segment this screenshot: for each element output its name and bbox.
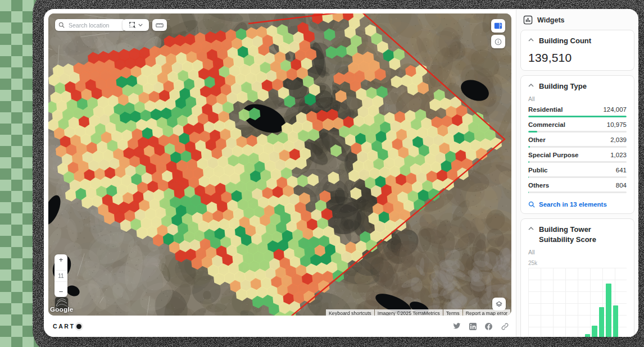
building-count-value: 139,510 (528, 51, 627, 65)
y-axis-tick: 25k (528, 260, 627, 266)
info-button[interactable] (491, 35, 505, 48)
type-progress-track (528, 146, 627, 148)
type-progress-track (528, 191, 627, 193)
building-type-row[interactable]: Other 2,039 (528, 136, 627, 148)
widgets-header: Widgets (516, 9, 638, 30)
type-progress-fill (528, 161, 529, 163)
link-icon[interactable] (501, 322, 509, 331)
building-type-widget: Building Type All Residential 124,007 Co… (520, 75, 634, 214)
type-progress-track (528, 116, 627, 117)
ruler-icon (156, 22, 164, 28)
zoom-in-button[interactable]: + (59, 256, 64, 263)
histogram-bar[interactable] (606, 284, 611, 337)
carto-logo-halo (75, 322, 83, 331)
twitter-icon[interactable] (453, 323, 461, 330)
type-label: Others (528, 182, 549, 189)
type-value: 1,023 (610, 152, 627, 158)
histogram-bar[interactable] (585, 334, 590, 337)
social-links (453, 322, 509, 331)
select-tool-button[interactable] (123, 19, 149, 31)
facebook-icon[interactable] (485, 323, 492, 330)
type-value: 641 (616, 167, 627, 174)
layers-icon (495, 300, 503, 308)
histogram-bar[interactable] (599, 307, 604, 337)
building-type-row[interactable]: Commercial 10,975 (528, 121, 627, 133)
panel-right-icon (494, 22, 502, 29)
linkedin-icon[interactable] (469, 323, 477, 330)
suitability-histogram[interactable] (528, 268, 627, 337)
filter-label: All (528, 95, 627, 102)
widgets-icon (523, 15, 533, 25)
search-input[interactable] (67, 21, 117, 29)
google-logo[interactable]: Google (50, 306, 73, 313)
building-type-row[interactable]: Special Purpose 1,023 (528, 152, 627, 163)
building-type-row[interactable]: Others 804 (528, 182, 627, 193)
marquee-select-icon (129, 21, 136, 29)
type-label: Other (528, 136, 546, 143)
type-progress-track (528, 176, 627, 178)
type-progress-track (528, 131, 627, 133)
type-progress-fill (528, 146, 530, 148)
widgets-title: Widgets (537, 16, 565, 24)
building-type-row[interactable]: Public 641 (528, 167, 627, 178)
search-bar[interactable] (55, 19, 126, 31)
attribution-link[interactable]: Imagery ©2025 TerraMetrics (375, 309, 443, 316)
map-attribution: Keyboard shortcutsImagery ©2025 TerraMet… (326, 309, 510, 316)
info-icon (495, 38, 502, 45)
histogram-bar[interactable] (613, 305, 618, 337)
building-type-row[interactable]: Residential 124,007 (528, 106, 627, 117)
app-window: + 11 − Google Keyboard shortcutsImagery … (44, 9, 638, 337)
zoom-out-button[interactable]: − (59, 288, 64, 295)
measure-tool-button[interactable] (152, 19, 167, 31)
type-label: Special Purpose (528, 152, 578, 158)
carto-logo-text: CART (53, 323, 75, 330)
search-icon (58, 22, 65, 28)
building-count-widget: Building Count 139,510 (520, 30, 634, 71)
type-label: Commercial (528, 121, 565, 128)
basemap-layers-button[interactable] (492, 298, 506, 311)
type-progress-fill (528, 116, 627, 117)
map-canvas[interactable] (48, 13, 511, 316)
type-label: Residential (528, 106, 563, 113)
type-value: 10,975 (607, 121, 627, 128)
attribution-link[interactable]: Report a map error (463, 309, 510, 316)
zoom-control: + 11 − (55, 254, 67, 297)
type-progress-fill (528, 176, 529, 178)
widget-title: Building Type (539, 81, 587, 92)
widgets-sidebar: Widgets Building Count 139,510 Building … (516, 9, 638, 337)
search-icon (528, 201, 535, 208)
collapse-chevron-icon[interactable] (528, 227, 534, 230)
widget-title: Building Count (539, 36, 591, 46)
collapse-chevron-icon[interactable] (528, 84, 534, 87)
search-elements-link[interactable]: Search in 13 elements (528, 201, 627, 208)
chevron-down-icon (138, 24, 143, 26)
bottom-bar: CART (48, 316, 516, 337)
map-viewport[interactable]: + 11 − Google Keyboard shortcutsImagery … (48, 13, 511, 316)
type-label: Public (528, 167, 548, 174)
type-value: 2,039 (610, 136, 627, 143)
collapse-chevron-icon[interactable] (528, 38, 534, 42)
attribution-link[interactable]: Terms (443, 309, 462, 316)
filter-label: All (528, 249, 627, 255)
type-value: 804 (616, 182, 627, 189)
widget-title: Building Tower Suitability Score (539, 225, 624, 244)
type-progress-fill (528, 191, 529, 193)
legend-panel-button[interactable] (491, 19, 505, 33)
building-type-list: Residential 124,007 Commercial 10,975 Ot… (528, 106, 627, 193)
histogram-bar[interactable] (592, 326, 597, 337)
zoom-level: 11 (55, 270, 67, 282)
carto-logo-dot (76, 324, 81, 329)
type-progress-fill (528, 131, 537, 133)
attribution-link[interactable]: Keyboard shortcuts (326, 309, 374, 316)
type-value: 124,007 (603, 106, 627, 113)
type-progress-track (528, 161, 627, 163)
page: { "map": { "search": { "placeholder": "S… (0, 0, 644, 347)
map-column: + 11 − Google Keyboard shortcutsImagery … (44, 9, 516, 337)
suitability-widget: Building Tower Suitability Score All 25k (520, 218, 634, 337)
carto-logo[interactable]: CART (53, 322, 83, 331)
